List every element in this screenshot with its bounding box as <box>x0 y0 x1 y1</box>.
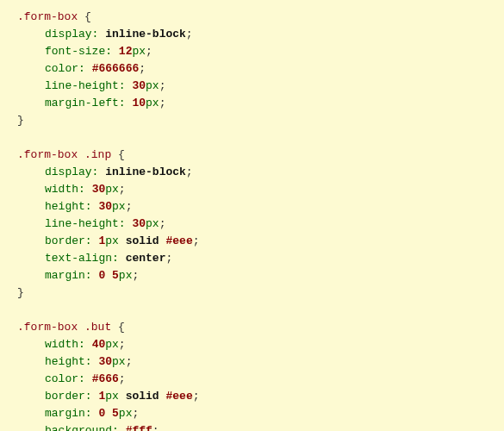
colon: : <box>112 252 126 265</box>
semicolon: ; <box>132 269 139 282</box>
colon: : <box>78 62 92 75</box>
selector-line: .form-box .inp { <box>17 147 504 164</box>
semicolon: ; <box>193 234 200 247</box>
css-number: 10 <box>132 97 146 109</box>
css-keyword: inline-block <box>105 166 186 178</box>
css-property: font-size <box>45 45 105 58</box>
declaration-line: font-size: 12px; <box>17 43 504 60</box>
declaration-line: margin-left: 10px; <box>17 95 504 112</box>
semicolon: ; <box>186 166 193 178</box>
semicolon: ; <box>139 62 146 75</box>
semicolon: ; <box>146 45 152 58</box>
colon: : <box>85 234 99 247</box>
css-unit: px <box>119 269 133 282</box>
css-value <box>105 269 112 282</box>
css-keyword: solid <box>126 390 159 403</box>
css-property: width <box>45 183 78 196</box>
declaration-line: color: #666; <box>17 371 504 388</box>
semicolon: ; <box>159 217 166 230</box>
close-brace: } <box>17 286 24 299</box>
css-property: text-align <box>45 252 112 265</box>
colon: : <box>78 372 92 385</box>
css-unit: px <box>119 407 133 420</box>
css-unit: px <box>146 79 159 92</box>
selector-line: .form-box .but { <box>17 319 504 336</box>
css-property: line-height <box>45 217 119 230</box>
css-unit: px <box>105 234 119 247</box>
declaration-line: border: 1px solid #eee; <box>17 388 504 405</box>
semicolon: ; <box>119 183 126 196</box>
css-property: background <box>45 424 112 431</box>
declaration-line: display: inline-block; <box>17 26 504 43</box>
semicolon: ; <box>193 390 200 403</box>
colon: : <box>85 269 99 282</box>
css-unit: px <box>146 217 159 230</box>
css-color-value: #eee <box>165 234 192 247</box>
css-property: height <box>45 200 85 213</box>
declaration-line: border: 1px solid #eee; <box>17 233 504 250</box>
css-unit: px <box>112 355 126 368</box>
css-property: height <box>45 355 85 368</box>
css-unit: px <box>105 338 119 351</box>
semicolon: ; <box>132 407 139 420</box>
semicolon: ; <box>126 355 133 368</box>
semicolon: ; <box>159 97 166 109</box>
colon: : <box>119 97 133 109</box>
declaration-line: width: 40px; <box>17 336 504 353</box>
css-number: 12 <box>119 45 133 58</box>
semicolon: ; <box>159 79 166 92</box>
css-number: 40 <box>92 338 106 351</box>
declaration-line: height: 30px; <box>17 198 504 216</box>
css-number: 5 <box>112 269 119 282</box>
css-unit: px <box>112 200 126 213</box>
css-unit: px <box>146 97 159 109</box>
declaration-line: line-height: 30px; <box>17 216 504 233</box>
css-property: line-height <box>45 79 119 92</box>
declaration-line: line-height: 30px; <box>17 78 504 95</box>
css-property: margin <box>45 407 85 420</box>
open-brace: { <box>111 148 125 161</box>
declaration-line: background: #fff; <box>17 422 504 431</box>
css-code-block: .form-box {display: inline-block;font-si… <box>17 9 504 431</box>
css-property: width <box>45 338 78 351</box>
colon: : <box>85 200 99 213</box>
colon: : <box>92 28 106 41</box>
semicolon: ; <box>119 338 126 351</box>
colon: : <box>112 424 126 431</box>
css-value <box>119 390 126 403</box>
colon: : <box>105 45 119 58</box>
close-brace: } <box>17 114 24 127</box>
css-value <box>105 407 112 420</box>
css-color-value: #666 <box>92 372 119 385</box>
css-unit: px <box>132 45 146 58</box>
semicolon: ; <box>165 252 172 265</box>
css-property: display <box>45 166 92 178</box>
blank-line <box>17 129 504 147</box>
declaration-line: display: inline-block; <box>17 164 504 181</box>
css-number: 5 <box>112 407 119 420</box>
css-value <box>119 234 126 247</box>
colon: : <box>85 355 99 368</box>
colon: : <box>119 217 133 230</box>
semicolon: ; <box>186 28 193 41</box>
css-property: margin-left <box>45 97 119 109</box>
css-selector: .form-box <box>17 10 78 23</box>
selector-line: .form-box { <box>17 9 504 26</box>
declaration-line: height: 30px; <box>17 353 504 371</box>
blank-line <box>17 302 504 319</box>
declaration-line: width: 30px; <box>17 181 504 198</box>
colon: : <box>85 390 99 403</box>
colon: : <box>119 79 133 92</box>
css-property: color <box>45 372 78 385</box>
css-number: 30 <box>132 79 146 92</box>
css-selector: .form-box .but <box>17 321 111 334</box>
colon: : <box>85 407 99 420</box>
css-property: border <box>45 234 85 247</box>
css-keyword: solid <box>126 234 159 247</box>
css-property: margin <box>45 269 85 282</box>
declaration-line: margin: 0 5px; <box>17 405 504 422</box>
semicolon: ; <box>126 200 133 213</box>
close-brace-line: } <box>17 112 504 129</box>
close-brace-line: } <box>17 284 504 302</box>
css-keyword: inline-block <box>105 28 186 41</box>
